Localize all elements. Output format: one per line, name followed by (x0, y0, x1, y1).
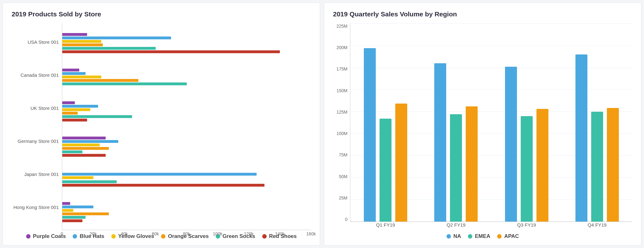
vbar-x-tick: Q4 FY19 (562, 222, 632, 230)
vbar (505, 67, 517, 222)
vbar-plot: Q1 FY19Q2 FY19Q3 FY19Q4 FY19 (350, 24, 632, 222)
hbar-category-label: UK Store 001 (31, 105, 59, 111)
legend-item[interactable]: EMEA (468, 233, 490, 240)
vbar-y-tick: 225M (336, 24, 347, 29)
hbar (62, 184, 264, 187)
vbar-x-tick: Q2 FY19 (421, 222, 491, 230)
vbar (591, 112, 603, 222)
legend-item[interactable]: APAC (497, 233, 519, 240)
vbar-y-tick: 100M (336, 131, 347, 136)
hbar-x-tick: 40k (121, 231, 128, 236)
hbar-x-tick: 160k (306, 231, 316, 236)
vbar (536, 109, 548, 222)
hbar-x-tick: 80k (183, 231, 190, 236)
hbar-group (62, 31, 311, 55)
hbar-category-label: Germany Store 001 (18, 138, 59, 144)
vbar (434, 63, 446, 222)
chart-title-right: 2019 Quarterly Sales Volume by Region (333, 10, 632, 18)
vbar-y-axis: 225M200M175M150M125M100M75M50M25M0 (333, 24, 350, 230)
quarterly-sales-panel: 2019 Quarterly Sales Volume by Region 22… (324, 3, 641, 245)
vbar (521, 116, 533, 222)
hbar-group (62, 67, 311, 88)
hbar (62, 69, 79, 71)
hbar (62, 82, 187, 85)
hbar (62, 40, 101, 43)
hbar-x-tick: 20k (90, 231, 97, 236)
vbar (364, 48, 376, 222)
hbar (62, 43, 103, 46)
hbar-category-label: Hong Kong Store 001 (14, 205, 59, 210)
hbar (62, 176, 93, 179)
hbar-category-label: Japan Store 001 (24, 172, 59, 177)
hbar (62, 154, 106, 157)
legend-label: APAC (504, 233, 519, 240)
hbar-category-label: Canada Store 001 (20, 72, 59, 78)
vbar-chart: 225M200M175M150M125M100M75M50M25M0 Q1 FY… (333, 24, 632, 230)
vbar-group (491, 24, 562, 222)
hbar (62, 212, 109, 215)
hbar-group (62, 200, 311, 224)
vbar-group (421, 24, 491, 222)
hbar (62, 219, 82, 222)
vbar-y-tick: 0 (345, 217, 347, 222)
legend-swatch (447, 234, 451, 239)
products-by-store-panel: 2019 Products Sold by Store USA Store 00… (3, 3, 320, 245)
hbar (62, 209, 73, 212)
vbar-y-tick: 200M (336, 45, 347, 50)
vbar-y-tick: 175M (336, 66, 347, 71)
legend-swatch (468, 234, 472, 239)
hbar-x-tick: 60k (152, 231, 159, 236)
legend-swatch (497, 234, 502, 239)
hbar (62, 173, 257, 176)
legend-right: NAEMEAAPAC (333, 233, 632, 240)
vbar (607, 108, 619, 222)
hbar-plot (62, 24, 311, 230)
hbar (62, 206, 93, 208)
vbar-y-tick: 25M (339, 195, 347, 200)
hbar-category-labels: USA Store 001Canada Store 001UK Store 00… (12, 24, 62, 230)
chart-title-left: 2019 Products Sold by Store (12, 10, 311, 18)
hbar (62, 37, 171, 39)
hbar (62, 147, 109, 150)
hbar-group (62, 99, 311, 123)
vbar (395, 104, 407, 222)
hbar (62, 105, 98, 108)
vbar-x-tick: Q1 FY19 (350, 222, 421, 230)
vbar (450, 114, 462, 222)
hbar (62, 76, 101, 78)
vbar-y-tick: 150M (336, 88, 347, 93)
hbar (62, 101, 75, 104)
legend-label: NA (453, 233, 461, 240)
hbar (62, 79, 138, 82)
hbar (62, 180, 117, 183)
hbar (62, 50, 280, 53)
vbar-y-tick: 75M (339, 152, 347, 157)
hbar (62, 140, 118, 143)
hbar (62, 144, 100, 146)
vbar-groups (350, 24, 632, 222)
vbar-group (350, 24, 421, 222)
hbar (62, 72, 86, 75)
hbar (62, 33, 87, 36)
legend-label: EMEA (475, 233, 490, 240)
legend-item[interactable]: NA (447, 233, 461, 240)
vbar-x-axis: Q1 FY19Q2 FY19Q3 FY19Q4 FY19 (350, 222, 632, 230)
vbar-group (562, 24, 632, 222)
hbar-chart-area: USA Store 001Canada Store 001UK Store 00… (12, 24, 311, 230)
hbar-x-axis: 020k40k60k80k100k120k140k160k (62, 231, 311, 239)
hbar-category-label: USA Store 001 (28, 39, 59, 45)
hbar-x-tick: 0 (61, 231, 63, 236)
vbar-y-tick: 125M (336, 110, 347, 115)
hbar-chart: USA Store 001Canada Store 001UK Store 00… (12, 24, 311, 230)
vbar-y-tick: 50M (339, 174, 347, 179)
hbar-x-tick: 120k (244, 231, 253, 236)
hbar-group (62, 135, 311, 159)
hbar-x-tick: 140k (275, 231, 285, 236)
hbar (62, 137, 106, 139)
legend-item[interactable]: Purple Coats (26, 233, 66, 240)
vbar (466, 106, 478, 222)
hbar-x-tick: 100k (213, 231, 222, 236)
hbar (62, 108, 90, 111)
legend-swatch (26, 234, 31, 239)
hbar (62, 150, 82, 153)
